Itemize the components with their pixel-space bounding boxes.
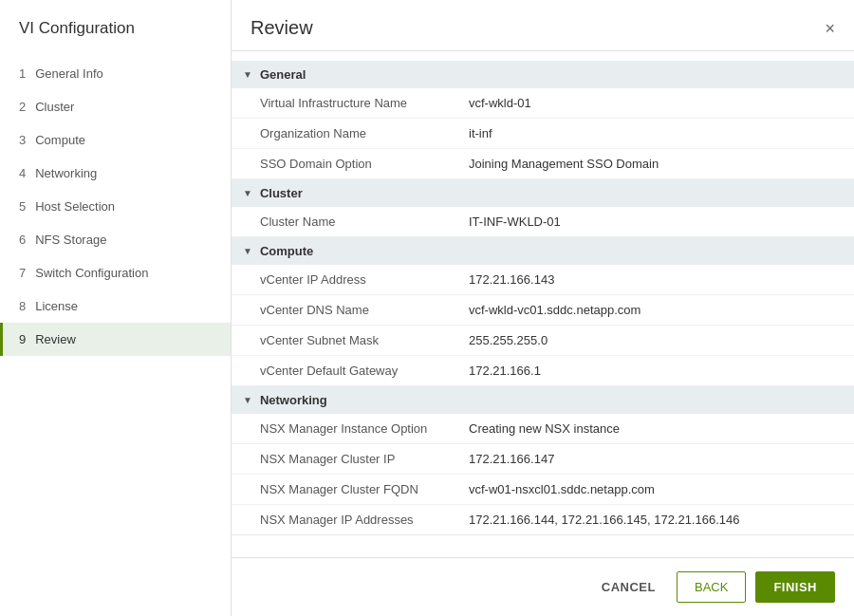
review-content: ▼GeneralVirtual Infrastructure Namevcf-w… [232, 51, 854, 557]
table-row: Cluster NameIT-INF-WKLD-01 [232, 207, 854, 237]
step-number: 2 [19, 100, 26, 114]
row-label: SSO Domain Option [260, 157, 469, 171]
row-value: 172.21.166.147 [469, 452, 554, 466]
row-label: Cluster Name [260, 215, 469, 229]
row-value: vcf-w01-nsxcl01.sddc.netapp.com [469, 482, 655, 496]
sidebar-item-host-selection[interactable]: 5Host Selection [0, 190, 231, 223]
table-row: SSO Domain OptionJoining Management SSO … [232, 149, 854, 179]
sidebar-item-label: License [35, 299, 78, 313]
finish-button[interactable]: FINISH [755, 571, 835, 603]
step-number: 1 [19, 66, 26, 81]
table-row: NSX Manager Cluster IP172.21.166.147 [232, 444, 854, 475]
table-row: NSX Manager IP Addresses172.21.166.144, … [232, 505, 854, 535]
sidebar-item-label: Host Selection [35, 199, 115, 214]
sidebar-item-review[interactable]: 9Review [0, 323, 231, 356]
close-button[interactable]: × [825, 20, 835, 37]
row-value: IT-INF-WKLD-01 [469, 215, 561, 229]
row-value: 172.21.166.1 [469, 364, 541, 378]
section-title: Networking [260, 393, 327, 407]
step-number: 5 [19, 199, 26, 214]
sidebar-item-label: Compute [35, 133, 85, 147]
sidebar-item-nfs-storage[interactable]: 6NFS Storage [0, 223, 231, 256]
sidebar-title: VI Configuration [0, 19, 231, 57]
row-value: vcf-wkld-01 [469, 96, 531, 110]
chevron-down-icon: ▼ [243, 395, 252, 405]
table-row: vCenter Subnet Mask255.255.255.0 [232, 326, 854, 356]
dialog-footer: CANCEL BACK FINISH [232, 557, 854, 616]
step-number: 4 [19, 166, 26, 180]
row-value: Joining Management SSO Domain [469, 157, 659, 171]
sidebar-item-general-info[interactable]: 1General Info [0, 57, 231, 90]
sidebar: VI Configuration 1General Info2Cluster3C… [0, 0, 232, 616]
sidebar-item-label: NFS Storage [35, 233, 106, 247]
chevron-down-icon: ▼ [243, 246, 252, 256]
section-header-cluster[interactable]: ▼Cluster [232, 179, 854, 207]
row-value: it-inf [469, 126, 492, 140]
table-row: vCenter DNS Namevcf-wkld-vc01.sddc.netap… [232, 295, 854, 326]
row-label: vCenter Subnet Mask [260, 333, 469, 347]
section-header-general[interactable]: ▼General [232, 61, 854, 88]
row-value: vcf-wkld-vc01.sddc.netapp.com [469, 303, 640, 317]
section-title: Cluster [260, 186, 303, 200]
row-value: 172.21.166.143 [469, 272, 554, 287]
sidebar-item-cluster[interactable]: 2Cluster [0, 90, 231, 123]
row-value: Creating new NSX instance [469, 421, 620, 436]
step-number: 6 [19, 233, 26, 247]
section-title: Compute [260, 244, 313, 258]
section-title: General [260, 67, 306, 82]
row-label: Organization Name [260, 126, 469, 140]
step-number: 8 [19, 299, 26, 313]
row-value: 172.21.166.144, 172.21.166.145, 172.21.1… [469, 513, 740, 527]
sidebar-item-switch-configuration[interactable]: 7Switch Configuration [0, 256, 231, 289]
row-label: NSX Manager IP Addresses [260, 513, 469, 527]
section-header-networking[interactable]: ▼Networking [232, 386, 854, 414]
step-number: 3 [19, 133, 26, 147]
sidebar-item-label: Cluster [35, 100, 74, 114]
table-row: vCenter IP Address172.21.166.143 [232, 265, 854, 295]
sidebar-item-compute[interactable]: 3Compute [0, 123, 231, 157]
table-row: Virtual Infrastructure Namevcf-wkld-01 [232, 88, 854, 119]
row-label: NSX Manager Instance Option [260, 421, 469, 436]
row-label: NSX Manager Cluster IP [260, 452, 469, 466]
sidebar-item-label: Review [35, 332, 76, 346]
sidebar-item-label: Switch Configuration [35, 266, 148, 280]
step-number: 9 [19, 332, 26, 346]
sidebar-item-networking[interactable]: 4Networking [0, 157, 231, 190]
cancel-button[interactable]: CANCEL [590, 572, 667, 602]
table-row: Organization Nameit-inf [232, 119, 854, 149]
chevron-down-icon: ▼ [243, 69, 252, 80]
sidebar-item-license[interactable]: 8License [0, 289, 231, 323]
row-label: NSX Manager Cluster FQDN [260, 482, 469, 496]
row-label: vCenter IP Address [260, 272, 469, 287]
sidebar-item-label: Networking [35, 166, 97, 180]
step-number: 7 [19, 266, 26, 280]
sidebar-item-label: General Info [35, 66, 103, 81]
dialog-header: Review × [232, 0, 854, 51]
back-button[interactable]: BACK [677, 571, 746, 603]
row-label: vCenter DNS Name [260, 303, 469, 317]
table-row: NSX Manager Cluster FQDNvcf-w01-nsxcl01.… [232, 475, 854, 505]
main-content: Review × ▼GeneralVirtual Infrastructure … [232, 0, 854, 616]
chevron-down-icon: ▼ [243, 188, 252, 198]
row-value: 255.255.255.0 [469, 333, 548, 347]
section-header-compute[interactable]: ▼Compute [232, 237, 854, 265]
dialog-title: Review [251, 17, 313, 39]
table-row: NSX Manager Instance OptionCreating new … [232, 414, 854, 444]
row-label: Virtual Infrastructure Name [260, 96, 469, 110]
table-row: vCenter Default Gateway172.21.166.1 [232, 356, 854, 386]
row-label: vCenter Default Gateway [260, 364, 469, 378]
